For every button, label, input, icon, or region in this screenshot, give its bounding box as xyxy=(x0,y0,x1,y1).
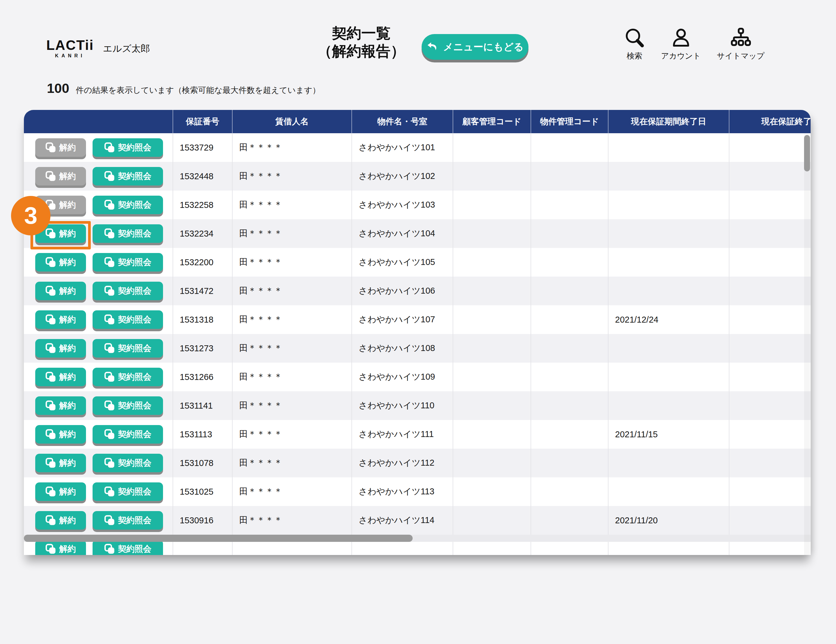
end-scheduled-cell xyxy=(729,248,811,276)
end-date-cell xyxy=(608,162,729,191)
table-row: 解約 契約照会 1531273 田＊＊＊＊ さわやかハイツ108 xyxy=(24,334,811,363)
inquiry-button[interactable]: 契約照会 xyxy=(93,253,163,271)
property-code-cell xyxy=(531,305,608,334)
guarantee-no-cell: 1532448 xyxy=(173,162,232,191)
copy-icon xyxy=(46,142,56,153)
tenant-name-cell: 田＊＊＊＊ xyxy=(232,248,351,276)
cancel-button[interactable]: 解約 xyxy=(35,368,86,386)
tenant-name-cell: 田＊＊＊＊ xyxy=(232,420,351,449)
inquiry-button[interactable]: 契約照会 xyxy=(93,454,163,472)
back-arrow-icon xyxy=(426,42,438,52)
horizontal-scrollbar[interactable] xyxy=(24,534,811,542)
property-code-cell xyxy=(531,334,608,363)
inquiry-button[interactable]: 契約照会 xyxy=(93,396,163,415)
back-to-menu-button[interactable]: メニューにもどる xyxy=(421,34,529,60)
row-actions-cell: 解約 契約照会 xyxy=(24,391,173,420)
inquiry-button[interactable]: 契約照会 xyxy=(93,167,163,185)
property-code-cell xyxy=(531,276,608,305)
copy-icon xyxy=(46,400,56,411)
inquiry-button[interactable]: 契約照会 xyxy=(93,138,163,157)
page-title-line1: 契約一覧 xyxy=(284,25,439,42)
guarantee-no-cell: 1533729 xyxy=(173,133,232,162)
copy-icon xyxy=(46,515,56,526)
back-to-menu-label: メニューにもどる xyxy=(443,40,523,54)
property-code-cell xyxy=(531,477,608,506)
cancel-button-label: 解約 xyxy=(59,228,76,239)
results-message: 件の結果を表示しています（検索可能な最大件数を超えています） xyxy=(76,85,320,96)
inquiry-button-label: 契約照会 xyxy=(118,285,151,297)
copy-icon xyxy=(46,257,56,268)
property-code-cell xyxy=(531,391,608,420)
cancel-button[interactable]: 解約 xyxy=(35,454,86,472)
tenant-name-cell: 田＊＊＊＊ xyxy=(232,133,351,162)
inquiry-button[interactable]: 契約照会 xyxy=(93,511,163,530)
results-summary: 100 件の結果を表示しています（検索可能な最大件数を超えています） xyxy=(47,81,320,96)
property-name-cell: さわやかハイツ109 xyxy=(351,363,452,391)
cancel-button[interactable]: 解約 xyxy=(35,253,86,271)
inquiry-button[interactable]: 契約照会 xyxy=(93,540,163,555)
inquiry-button[interactable]: 契約照会 xyxy=(93,368,163,386)
row-actions-cell: 解約 契約照会 xyxy=(24,363,173,391)
inquiry-button[interactable]: 契約照会 xyxy=(93,224,163,243)
row-actions-cell: 解約 契約照会 xyxy=(24,133,173,162)
cancel-button[interactable]: 解約 xyxy=(35,540,86,555)
property-name-cell: さわやかハイツ112 xyxy=(351,449,452,477)
inquiry-button[interactable]: 契約照会 xyxy=(93,282,163,300)
cancel-button[interactable]: 解約 xyxy=(35,138,86,157)
table-body: 解約 契約照会 1533729 田＊＊＊＊ さわやかハイツ101 xyxy=(24,133,811,555)
end-scheduled-cell xyxy=(729,219,811,248)
cancel-button[interactable]: 解約 xyxy=(35,282,86,300)
vertical-scrollbar-thumb[interactable] xyxy=(804,135,810,172)
nav-sitemap[interactable]: サイトマップ xyxy=(717,28,765,61)
row-actions-cell: 解約 契約照会 xyxy=(24,162,173,191)
cancel-button[interactable]: 解約 xyxy=(35,339,86,358)
tenant-name-cell: 田＊＊＊＊ xyxy=(232,334,351,363)
copy-icon xyxy=(46,228,56,239)
copy-icon xyxy=(104,486,115,497)
col-header-property-code: 物件管理コード xyxy=(531,110,608,133)
end-scheduled-cell xyxy=(729,477,811,506)
inquiry-button-label: 契約照会 xyxy=(118,543,151,555)
property-name-cell: さわやかハイツ103 xyxy=(351,191,452,219)
inquiry-button-label: 契約照会 xyxy=(118,371,151,382)
end-scheduled-cell xyxy=(729,391,811,420)
vertical-scrollbar[interactable] xyxy=(804,134,810,555)
customer-code-cell xyxy=(452,449,531,477)
cancel-button[interactable]: 解約 xyxy=(35,311,86,329)
end-date-cell xyxy=(608,248,729,276)
end-scheduled-cell xyxy=(729,305,811,334)
horizontal-scrollbar-thumb[interactable] xyxy=(24,534,413,542)
row-actions-cell: 解約 契約照会 xyxy=(24,276,173,305)
copy-icon xyxy=(46,458,56,468)
inquiry-button-label: 契約照会 xyxy=(118,142,151,153)
inquiry-button[interactable]: 契約照会 xyxy=(93,196,163,214)
inquiry-button[interactable]: 契約照会 xyxy=(93,482,163,501)
property-name-cell: さわやかハイツ111 xyxy=(351,420,452,449)
customer-code-cell xyxy=(452,305,531,334)
cancel-button[interactable]: 解約 xyxy=(35,167,86,185)
nav-search[interactable]: 検索 xyxy=(624,28,645,61)
copy-icon xyxy=(46,544,56,554)
inquiry-button[interactable]: 契約照会 xyxy=(93,339,163,358)
row-actions-cell: 解約 契約照会 xyxy=(24,334,173,363)
results-count: 100 xyxy=(47,81,69,96)
inquiry-button[interactable]: 契約照会 xyxy=(93,311,163,329)
tenant-name-cell: 田＊＊＊＊ xyxy=(232,506,351,534)
end-date-cell: 2021/11/15 xyxy=(608,420,729,449)
inquiry-button[interactable]: 契約照会 xyxy=(93,425,163,444)
nav-account[interactable]: アカウント xyxy=(661,28,701,61)
cancel-button-label: 解約 xyxy=(59,170,76,182)
cancel-button[interactable]: 解約 xyxy=(35,396,86,415)
cancel-button[interactable]: 解約 xyxy=(35,511,86,530)
tenant-name-cell: 田＊＊＊＊ xyxy=(232,276,351,305)
cancel-button[interactable]: 解約 xyxy=(35,425,86,444)
copy-icon xyxy=(46,372,56,382)
customer-code-cell xyxy=(452,219,531,248)
app-logo: LACTii KANRI xyxy=(46,38,94,59)
end-date-cell xyxy=(608,191,729,219)
copy-icon xyxy=(46,429,56,440)
property-code-cell xyxy=(531,506,608,534)
cancel-button[interactable]: 解約 xyxy=(35,482,86,501)
row-actions-cell: 解約 契約照会 xyxy=(24,506,173,534)
customer-code-cell xyxy=(452,506,531,534)
